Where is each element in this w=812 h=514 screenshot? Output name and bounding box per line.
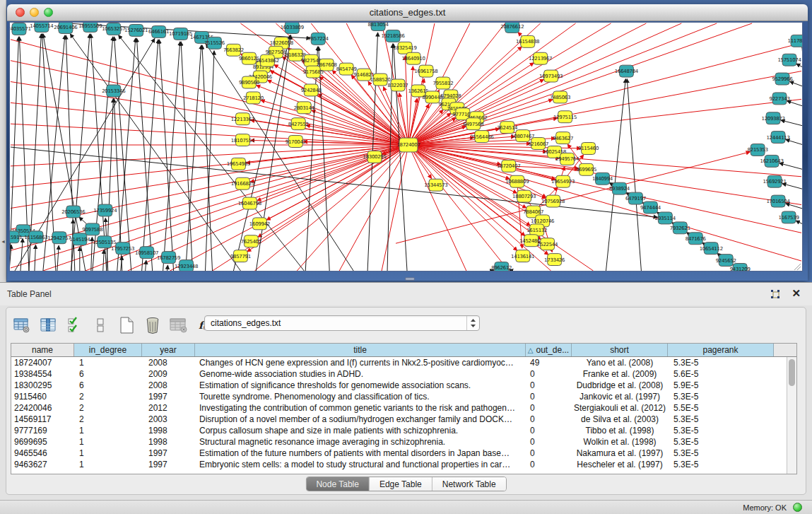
table-cell-pagerank: 5.3E-5 (668, 392, 774, 402)
graph-node-label: 9097588 (82, 227, 102, 233)
table-cell-pagerank: 5.5E-5 (668, 403, 774, 413)
table-cell-in_degree: 1 (74, 448, 142, 458)
column-header-pagerank[interactable]: pagerank (668, 344, 774, 356)
graph-node-label: 15276021 (124, 28, 148, 33)
resize-grip-icon[interactable] (794, 264, 801, 270)
graph-node-label: 16961758 (414, 69, 437, 74)
graph-node-label: 10719185 (169, 31, 192, 37)
table-vertical-scrollbar[interactable] (787, 357, 796, 474)
graph-node-label: 9699695 (576, 167, 596, 173)
new-table-icon[interactable] (117, 315, 136, 335)
table-row[interactable]: 1938455462009Genome-wide association stu… (11, 368, 787, 380)
citation-network-graph[interactable]: 1872400724035571140557142069140618955509… (10, 23, 802, 271)
column-settings-icon[interactable] (38, 315, 58, 335)
graph-node-label: 7857224 (308, 36, 329, 42)
column-header-name[interactable]: name (11, 344, 74, 356)
table-cell-year: 1997 (142, 460, 195, 469)
graph-node-label: 10654112 (700, 246, 723, 252)
graph-node-label: 17016504 (766, 199, 790, 204)
graph-node-label: 8427552 (288, 122, 309, 127)
table-cell-title: Estimation of significance thresholds fo… (195, 380, 526, 390)
tab-edge-table[interactable]: Edge Table (370, 477, 433, 491)
table-cell-pagerank: 5.3E-5 (668, 448, 774, 458)
graph-node-label: 14136141 (511, 254, 534, 259)
collapse-left-arrow-icon[interactable]: ◄ (1, 239, 6, 244)
network-window-titlebar[interactable]: citations_edges.txt (7, 4, 808, 21)
graph-node-label: 10653257 (102, 26, 125, 32)
table-cell-name: 9777169 (11, 426, 74, 436)
graph-node-label: 7884067 (523, 209, 543, 215)
sort-ascending-icon: △ (528, 346, 534, 354)
graph-node-label: 8471676 (686, 236, 706, 242)
graph-node-label: 16782759 (157, 255, 180, 261)
table-cell-year: 1997 (142, 448, 195, 458)
scrollbar-thumb[interactable] (789, 359, 795, 386)
table-row[interactable]: 1872400712008Changes of HCN gene express… (11, 357, 787, 368)
table-cell-pagerank: 5.3E-5 (668, 426, 774, 436)
column-header-year[interactable]: year (142, 344, 195, 356)
table-cell-short: de Silva et al. (2003) (572, 414, 668, 424)
zoom-window-icon[interactable] (44, 8, 53, 17)
column-header-in_degree[interactable]: in_degree (74, 344, 142, 356)
graph-node-label: 12444113 (766, 135, 789, 141)
graph-node-label: 12213967 (529, 56, 552, 62)
table-row[interactable]: 911546021997Tourette syndrome. Phenomeno… (11, 391, 787, 402)
network-window[interactable]: citations_edges.txt 18724007240355711405… (7, 4, 808, 281)
table-cell-year: 2009 (142, 369, 195, 379)
table-cell-title: Changes of HCN gene expression and I(f) … (195, 358, 526, 368)
table-row[interactable]: 1456911722003Disruption of a novel membe… (11, 414, 787, 425)
table-row[interactable]: 946554611997Estimation of the future num… (11, 448, 787, 459)
graph-node-label: 9857791 (230, 254, 251, 259)
column-header-short[interactable]: short (572, 344, 668, 356)
status-bar: Memory: OK (0, 500, 812, 514)
table-row[interactable]: 946362711997Embryonic stem cells: a mode… (11, 459, 787, 470)
graph-node-label: 9170042 (286, 139, 306, 145)
graph-node-label: 2803144 (294, 105, 315, 111)
minimize-window-icon[interactable] (30, 8, 39, 17)
graph-node-label: 18724007 (396, 143, 420, 148)
column-header-out_degree[interactable]: △out_de... (526, 344, 572, 356)
graph-node-label: 12505135 (93, 240, 116, 245)
graph-node-label: 18226058 (270, 40, 293, 46)
network-canvas[interactable]: 1872400724035571140557142069140618955509… (9, 22, 803, 271)
select-mode-icon[interactable] (64, 315, 84, 335)
tab-network-table[interactable]: Network Table (433, 477, 506, 491)
graph-node-label: 6466161 (148, 29, 169, 35)
close-panel-icon[interactable]: ✕ (792, 287, 801, 300)
panel-splitter-handle[interactable] (405, 277, 415, 281)
graph-node-label: 2935114 (655, 216, 676, 221)
close-window-icon[interactable] (16, 8, 25, 17)
table-row[interactable]: 1830029562008Estimation of significance … (11, 380, 787, 391)
table-row[interactable]: 2242004622012Investigating the contribut… (11, 402, 787, 414)
table-cell-out_degree: 0 (526, 414, 572, 424)
table-cell-year: 1998 (142, 437, 195, 447)
node-table: namein_degreeyeartitle△out_de...shortpag… (11, 343, 797, 474)
delete-table-icon[interactable] (143, 315, 163, 335)
import-table-icon[interactable] (169, 315, 189, 335)
column-header-title[interactable]: title (195, 344, 526, 356)
tab-node-table[interactable]: Node Table (306, 477, 370, 491)
graph-node-label: 6479197 (625, 196, 646, 201)
table-cell-short: Franke et al. (2009) (572, 369, 668, 379)
table-settings-icon[interactable] (12, 315, 32, 335)
table-cell-pagerank: 5.6E-5 (668, 369, 774, 379)
rows-icon[interactable] (90, 315, 110, 335)
table-selector-dropdown[interactable]: citations_edges.txt (204, 315, 480, 331)
table-panel-header: Table Panel ✕ (0, 282, 812, 305)
table-cell-in_degree: 2 (74, 392, 142, 402)
left-panel-splitter[interactable]: ◄ (0, 0, 6, 282)
graph-node-label: 7625402 (241, 239, 261, 245)
table-cell-in_degree: 6 (74, 369, 142, 379)
graph-node-label: 10756928 (541, 199, 565, 204)
graph-node-label: 10973493 (539, 74, 563, 79)
graph-node-label: 18955509 (78, 23, 102, 29)
dropdown-arrows-icon (466, 316, 479, 330)
table-cell-name: 22420046 (11, 403, 74, 413)
table-cell-pagerank: 5.3E-5 (668, 460, 774, 469)
graph-node-label: 20691406 (54, 25, 77, 30)
table-selector-value: citations_edges.txt (205, 318, 466, 328)
float-panel-icon[interactable] (770, 288, 781, 300)
table-cell-short: Dudbridge et al. (2008) (572, 380, 668, 390)
table-row[interactable]: 969969511998Structural magnetic resonanc… (11, 436, 787, 448)
table-row[interactable]: 977716911998Corpus callosum shape and si… (11, 425, 787, 436)
